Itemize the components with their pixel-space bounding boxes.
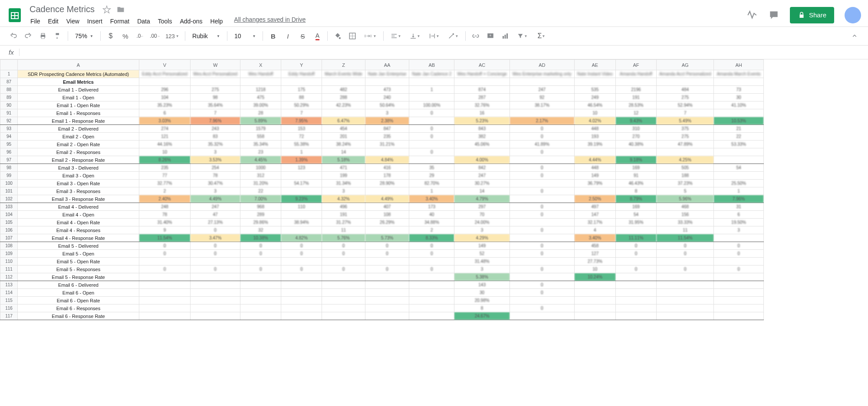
cell[interactable]: 28.53% — [615, 102, 656, 109]
cell[interactable] — [139, 289, 191, 297]
cell[interactable] — [615, 304, 656, 312]
cell[interactable]: 8 — [615, 187, 656, 195]
cell[interactable]: 0 — [510, 304, 574, 312]
cell[interactable]: 46.54% — [574, 102, 615, 109]
cell[interactable]: 46.43% — [615, 180, 656, 187]
row-header[interactable]: 102 — [0, 195, 18, 203]
cell[interactable] — [365, 312, 409, 320]
col-header-AF[interactable]: AF — [615, 60, 656, 70]
cell[interactable] — [365, 297, 409, 304]
cell[interactable]: 842 — [454, 164, 510, 172]
row-label[interactable]: Email 4 - Open — [18, 211, 139, 219]
cell[interactable]: 31.40% — [139, 219, 191, 226]
cell[interactable]: 42.23% — [322, 102, 365, 109]
cell[interactable] — [510, 156, 574, 164]
cell[interactable] — [615, 226, 656, 234]
cell[interactable]: 274 — [139, 125, 191, 133]
cell[interactable] — [574, 187, 615, 195]
cell[interactable] — [714, 148, 763, 156]
row-label[interactable]: Email 5 - Response Rate — [18, 273, 139, 281]
column-title[interactable]: Wes Handoff — [240, 70, 281, 78]
cell[interactable]: 32 — [240, 226, 281, 234]
cell[interactable]: 248 — [139, 203, 191, 211]
cell[interactable]: 10 — [574, 109, 615, 117]
cell[interactable]: 199 — [322, 172, 365, 180]
menu-add-ons[interactable]: Add-ons — [176, 16, 206, 26]
col-header-A[interactable]: A — [18, 60, 139, 70]
cell[interactable]: 10 — [574, 265, 615, 273]
cell[interactable]: 1218 — [240, 86, 281, 94]
cell[interactable]: 104 — [139, 94, 191, 102]
cell[interactable]: 2196 — [615, 86, 656, 94]
cell[interactable]: 40.38% — [615, 141, 656, 148]
cell[interactable]: 100.00% — [409, 102, 454, 109]
cell[interactable]: 91 — [615, 172, 656, 180]
cell[interactable]: 7 — [281, 109, 322, 117]
cell[interactable]: 191 — [615, 94, 656, 102]
cell[interactable]: 54.17% — [281, 180, 322, 187]
cell[interactable]: 475 — [240, 94, 281, 102]
cell[interactable]: 7.00% — [240, 195, 281, 203]
col-header-AH[interactable]: AH — [714, 60, 763, 70]
activity-icon[interactable] — [746, 10, 758, 21]
cell[interactable]: 235 — [139, 164, 191, 172]
cell[interactable]: 0 — [365, 250, 409, 258]
link-button[interactable] — [469, 29, 482, 43]
cell[interactable]: 0 — [409, 125, 454, 133]
cell[interactable]: 454 — [322, 125, 365, 133]
cell[interactable] — [281, 312, 322, 320]
percent-button[interactable]: % — [119, 29, 132, 43]
cell[interactable]: 123 — [281, 164, 322, 172]
row-header[interactable]: 90 — [0, 102, 18, 109]
cell[interactable] — [714, 156, 763, 164]
cell[interactable]: 127 — [574, 250, 615, 258]
cell[interactable] — [139, 78, 191, 86]
cell[interactable] — [139, 304, 191, 312]
redo-button[interactable] — [22, 29, 35, 43]
cell[interactable]: 558 — [240, 133, 281, 141]
cell[interactable]: 22 — [240, 187, 281, 195]
cell[interactable]: 382 — [454, 133, 510, 141]
row-label[interactable]: Email 4 - Open Rate — [18, 219, 139, 226]
cell[interactable] — [615, 78, 656, 86]
cell[interactable]: 30 — [454, 289, 510, 297]
cell[interactable] — [322, 78, 365, 86]
row-header[interactable]: 112 — [0, 273, 18, 281]
cell[interactable]: 77 — [139, 172, 191, 180]
cell[interactable]: 0 — [656, 250, 714, 258]
row-header[interactable]: 117 — [0, 312, 18, 320]
cell[interactable]: 52.94% — [656, 102, 714, 109]
cell[interactable]: 4.44% — [574, 156, 615, 164]
cell[interactable]: 3 — [191, 148, 240, 156]
cell[interactable]: 3 — [454, 265, 510, 273]
merge-button[interactable]: ▼ — [361, 29, 380, 43]
cell[interactable] — [365, 289, 409, 297]
cell[interactable] — [240, 297, 281, 304]
cell[interactable] — [510, 195, 574, 203]
cell[interactable] — [281, 281, 322, 289]
cell[interactable]: 0 — [240, 265, 281, 273]
cell[interactable] — [191, 289, 240, 297]
row-header[interactable]: 113 — [0, 281, 18, 289]
cell[interactable]: 0 — [615, 250, 656, 258]
cell[interactable] — [409, 78, 454, 86]
cell[interactable]: 82.70% — [409, 180, 454, 187]
cell[interactable]: 0 — [409, 109, 454, 117]
cell[interactable]: 35.34% — [240, 141, 281, 148]
cell[interactable]: 0 — [510, 265, 574, 273]
row-header[interactable]: 110 — [0, 258, 18, 265]
cell[interactable] — [240, 78, 281, 86]
folder-icon[interactable] — [116, 5, 125, 14]
row-header[interactable]: 104 — [0, 211, 18, 219]
cell[interactable]: 254 — [191, 164, 240, 172]
cell[interactable]: 73 — [714, 86, 763, 94]
cell[interactable]: 34.88% — [409, 219, 454, 226]
cell[interactable] — [656, 297, 714, 304]
cell[interactable]: 10.53% — [714, 117, 763, 125]
cell[interactable] — [409, 258, 454, 265]
collapse-toolbar-button[interactable] — [848, 29, 861, 43]
cell[interactable]: 50.29% — [281, 102, 322, 109]
cell[interactable] — [240, 258, 281, 265]
row-header[interactable]: 97 — [0, 156, 18, 164]
cell[interactable]: 30.27% — [454, 180, 510, 187]
